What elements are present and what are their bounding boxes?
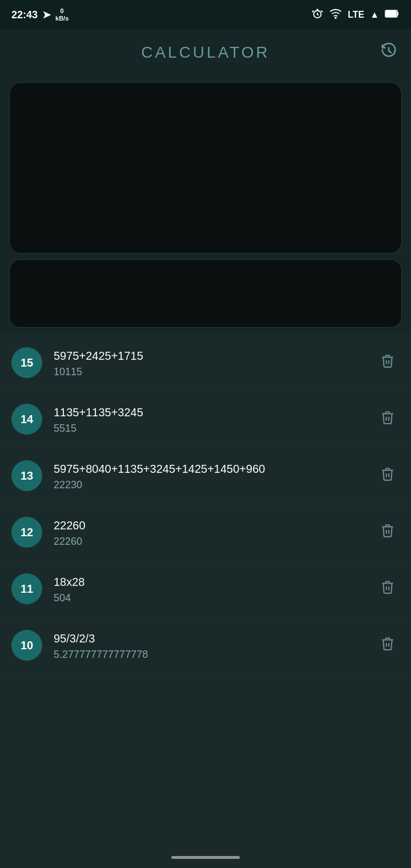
history-result-15: 10115 <box>54 366 376 378</box>
time-display: 22:43 <box>11 9 38 21</box>
trash-icon <box>380 410 395 425</box>
svg-rect-3 <box>386 11 396 17</box>
history-result-14: 5515 <box>54 423 376 435</box>
history-content-11: 18x28 504 <box>54 574 376 604</box>
bottom-nav-indicator <box>171 856 240 859</box>
history-badge-11: 11 <box>11 573 42 604</box>
lte-label: LTE <box>348 10 364 20</box>
alarm-icon <box>311 7 324 22</box>
history-content-13: 5975+8040+1135+3245+1425+1450+960 22230 <box>54 461 376 491</box>
delete-button-13[interactable] <box>376 462 400 489</box>
history-button[interactable] <box>380 42 397 63</box>
navigation-icon: ➤ <box>42 9 51 21</box>
history-item[interactable]: 13 5975+8040+1135+3245+1425+1450+960 222… <box>0 448 411 504</box>
kb-indicator: 0kB/s <box>55 7 68 22</box>
secondary-display <box>9 259 402 328</box>
history-list: 15 5975+2425+1715 10115 14 1135+1135+324… <box>0 335 411 674</box>
history-expression-13: 5975+8040+1135+3245+1425+1450+960 <box>54 461 376 477</box>
app-title: CALCULATOR <box>141 43 270 62</box>
history-item[interactable]: 12 22260 22260 <box>0 504 411 561</box>
delete-button-15[interactable] <box>376 349 400 376</box>
delete-button-10[interactable] <box>376 632 400 659</box>
trash-icon <box>380 467 395 481</box>
history-badge-10: 10 <box>11 630 42 661</box>
svg-point-1 <box>335 17 336 18</box>
history-content-12: 22260 22260 <box>54 517 376 548</box>
signal-icon: ▲ <box>370 10 379 20</box>
history-badge-12: 12 <box>11 517 42 548</box>
delete-button-14[interactable] <box>376 405 400 433</box>
status-bar: 22:43 ➤ 0kB/s LTE ▲ <box>0 0 411 30</box>
history-badge-15: 15 <box>11 347 42 378</box>
history-item[interactable]: 10 95/3/2/3 5.277777777777778 <box>0 617 411 674</box>
history-expression-10: 95/3/2/3 <box>54 630 376 646</box>
history-result-10: 5.277777777777778 <box>54 649 376 661</box>
history-item[interactable]: 15 5975+2425+1715 10115 <box>0 335 411 391</box>
trash-icon <box>380 636 395 651</box>
trash-icon <box>380 353 395 368</box>
history-content-10: 95/3/2/3 5.277777777777778 <box>54 630 376 661</box>
history-expression-11: 18x28 <box>54 574 376 590</box>
history-result-13: 22230 <box>54 479 376 491</box>
history-badge-14: 14 <box>11 404 42 435</box>
delete-button-11[interactable] <box>376 575 400 602</box>
main-display <box>9 82 402 254</box>
trash-icon <box>380 523 395 538</box>
history-item[interactable]: 14 1135+1135+3245 5515 <box>0 391 411 448</box>
history-result-12: 22260 <box>54 536 376 548</box>
history-expression-14: 1135+1135+3245 <box>54 404 376 420</box>
delete-button-12[interactable] <box>376 519 400 546</box>
status-right: LTE ▲ <box>311 7 400 22</box>
history-result-11: 504 <box>54 592 376 604</box>
wifi-icon <box>329 7 342 22</box>
history-expression-15: 5975+2425+1715 <box>54 348 376 364</box>
history-content-14: 1135+1135+3245 5515 <box>54 404 376 435</box>
history-content-15: 5975+2425+1715 10115 <box>54 348 376 378</box>
history-item[interactable]: 11 18x28 504 <box>0 561 411 617</box>
app-header: CALCULATOR <box>0 30 411 75</box>
history-expression-12: 22260 <box>54 517 376 533</box>
trash-icon <box>380 580 395 594</box>
history-icon <box>380 42 397 59</box>
history-badge-13: 13 <box>11 460 42 491</box>
status-left: 22:43 ➤ 0kB/s <box>11 7 68 22</box>
display-area <box>0 75 411 335</box>
battery-icon <box>385 9 400 21</box>
